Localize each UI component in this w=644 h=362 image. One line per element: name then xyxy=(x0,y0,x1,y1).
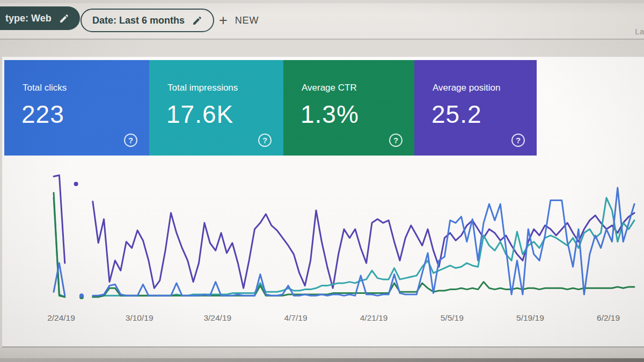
axis-tick-label: 4/21/19 xyxy=(360,313,388,322)
metric-label: Total impressions xyxy=(167,83,238,93)
position-data-point xyxy=(74,182,78,186)
metric-label: Average CTR xyxy=(302,83,357,93)
performance-line-chart[interactable]: 2/24/193/10/193/24/194/7/194/21/195/5/19… xyxy=(46,166,642,343)
date-range-chip[interactable]: Date: Last 6 months xyxy=(80,9,214,32)
search-type-chip[interactable]: type: Web xyxy=(0,6,80,30)
plus-icon: + xyxy=(219,13,228,28)
search-type-chip-label: type: Web xyxy=(5,13,52,24)
metric-card-total-clicks[interactable]: Total clicks 223 ? xyxy=(4,60,149,156)
axis-tick-label: 3/24/19 xyxy=(203,313,231,322)
metric-value: 17.6K xyxy=(166,100,233,129)
axis-tick-label: 6/2/19 xyxy=(597,313,620,322)
truncated-last-updated-text: La xyxy=(635,27,644,36)
axis-tick-label: 3/10/19 xyxy=(126,313,153,322)
filter-toolbar: type: Web Date: Last 6 months + NEW La xyxy=(0,0,644,40)
help-icon[interactable]: ? xyxy=(124,134,137,147)
help-icon[interactable]: ? xyxy=(258,134,272,147)
impressions-line xyxy=(93,198,634,297)
axis-tick-label: 4/7/19 xyxy=(284,313,307,322)
edit-pencil-icon xyxy=(59,13,69,24)
screen-bottom-edge xyxy=(0,358,644,362)
metric-value: 1.3% xyxy=(301,100,359,129)
metric-value: 223 xyxy=(21,100,64,129)
help-icon[interactable]: ? xyxy=(389,134,402,147)
new-filter-label: NEW xyxy=(235,15,259,26)
metric-cards-row: Total clicks 223 ? Total impressions 17.… xyxy=(4,60,537,156)
metric-label: Average position xyxy=(433,83,500,93)
help-icon[interactable]: ? xyxy=(511,134,525,147)
date-range-chip-label: Date: Last 6 months xyxy=(92,15,185,26)
metric-value: 25.2 xyxy=(431,100,482,129)
metric-card-average-ctr[interactable]: Average CTR 1.3% ? xyxy=(283,60,414,156)
axis-tick-label: 5/19/19 xyxy=(516,313,544,322)
position-line xyxy=(93,202,634,289)
metric-card-average-position[interactable]: Average position 25.2 ? xyxy=(414,60,537,156)
metric-card-total-impressions[interactable]: Total impressions 17.6K ? xyxy=(149,60,283,156)
axis-tick-label: 5/5/19 xyxy=(441,313,464,322)
metric-label: Total clicks xyxy=(23,83,67,93)
axis-tick-label: 2/24/19 xyxy=(47,313,75,322)
performance-panel: Total clicks 223 ? Total impressions 17.… xyxy=(2,57,644,348)
clicks-data-point xyxy=(79,293,84,298)
new-filter-button[interactable]: + NEW xyxy=(216,13,262,28)
edit-pencil-icon xyxy=(192,16,202,26)
